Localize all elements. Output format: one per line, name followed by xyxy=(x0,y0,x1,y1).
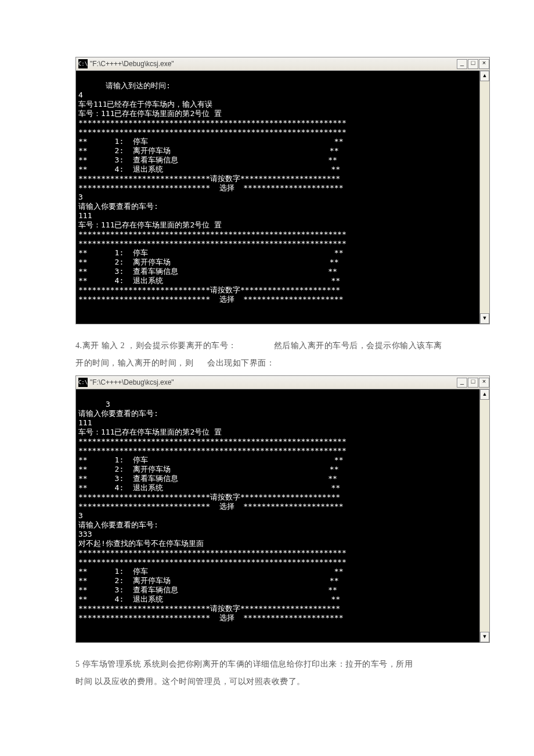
close-button[interactable]: × xyxy=(479,378,489,388)
text: 开的时间，输入离开的时间，则 xyxy=(75,356,193,371)
console-line: 111 xyxy=(78,211,92,220)
console-line: ** 3: 查看车辆信息 ** xyxy=(78,155,337,164)
console-line: 车号111已经存在于停车场内，输入有误 xyxy=(78,100,212,108)
console-line: 车号：111已存在停车场里面的第2号位 置 xyxy=(78,109,222,118)
console-line: *****************************请按数字*******… xyxy=(78,493,340,501)
console-line: ****************************************… xyxy=(78,118,347,127)
window-buttons: _ □ × xyxy=(456,59,489,69)
console-line: ** 2: 离开停车场 ** xyxy=(78,576,339,585)
minimize-button[interactable]: _ xyxy=(457,59,467,69)
console-line: ****************************************… xyxy=(78,437,347,446)
text: 时间 以及应收的费用。这个时间管理员，可以对照表收费了。 xyxy=(75,674,305,689)
console-line: *****************************请按数字*******… xyxy=(78,285,340,294)
console-window-1: C:\ "F:\C++++\Debug\kcsj.exe" _ □ × 请输入到… xyxy=(75,57,490,324)
window-title: "F:\C++++\Debug\kcsj.exe" xyxy=(90,378,456,386)
scroll-down-icon[interactable]: ▼ xyxy=(480,632,489,642)
console-line: ** 3: 查看车辆信息 ** xyxy=(78,585,337,594)
console-line: 请输入你要查看的车号: xyxy=(78,202,158,211)
console-line: ** 2: 离开停车场 ** xyxy=(78,258,339,266)
console-line: 111 xyxy=(78,418,92,427)
console-line: ****************************************… xyxy=(78,548,347,557)
titlebar: C:\ "F:\C++++\Debug\kcsj.exe" _ □ × xyxy=(76,376,489,389)
console-output: 3 请输入你要查看的车号: 111 车号：111已存在停车场里面的第2号位 置 … xyxy=(76,389,479,642)
scroll-up-icon[interactable]: ▲ xyxy=(480,389,489,400)
cmd-icon: C:\ xyxy=(78,59,88,68)
console-line: ** 2: 离开停车场 ** xyxy=(78,146,339,155)
scroll-down-icon[interactable]: ▼ xyxy=(480,313,489,324)
console-line: ****************************************… xyxy=(78,128,347,136)
console-output: 请输入到达的时间: 4 车号111已经存在于停车场内，输入有误 车号：111已存… xyxy=(76,71,479,324)
console-line: ** 4: 退出系统 ** xyxy=(78,483,340,492)
console-line: 车号：111已存在停车场里面的第2号位 置 xyxy=(78,428,222,436)
scrollbar[interactable]: ▲ ▼ xyxy=(479,71,489,324)
minimize-button[interactable]: _ xyxy=(457,378,467,388)
maximize-button[interactable]: □ xyxy=(468,59,478,69)
console-line: 333 xyxy=(78,530,92,538)
console-line: ***************************** 选择 *******… xyxy=(78,502,343,511)
text: 4.离开 输入 2 ，则会提示你要离开的车号： xyxy=(75,338,237,353)
console-window-2: C:\ "F:\C++++\Debug\kcsj.exe" _ □ × 3 请输… xyxy=(75,375,490,643)
paragraph-5-line2: 时间 以及应收的费用。这个时间管理员，可以对照表收费了。 xyxy=(75,674,459,689)
paragraph-4-line1: 4.离开 输入 2 ，则会提示你要离开的车号： 然后输入离开的车号后，会提示你输… xyxy=(75,338,459,353)
console-line: ** 1: 停车 ** xyxy=(78,137,343,146)
console-line: ****************************************… xyxy=(78,230,347,238)
console-line: ** 3: 查看车辆信息 ** xyxy=(78,474,337,483)
console-line: ***************************** 选择 *******… xyxy=(78,613,343,622)
console-line: ** 3: 查看车辆信息 ** xyxy=(78,267,337,276)
console-line: ***************************** 选择 *******… xyxy=(78,183,343,192)
console-line: ** 2: 离开停车场 ** xyxy=(78,465,339,473)
console-line: ** 4: 退出系统 ** xyxy=(78,165,340,173)
console-line: *****************************请按数字*******… xyxy=(78,604,340,613)
scroll-track[interactable] xyxy=(480,400,489,632)
scroll-track[interactable] xyxy=(480,81,489,313)
console-line: ****************************************… xyxy=(78,558,347,566)
scrollbar[interactable]: ▲ ▼ xyxy=(479,389,489,642)
close-button[interactable]: × xyxy=(479,59,489,69)
console-line: ** 1: 停车 ** xyxy=(78,567,343,576)
window-title: "F:\C++++\Debug\kcsj.exe" xyxy=(90,60,456,68)
console-line: ****************************************… xyxy=(78,239,347,248)
console-line: 车号：111已存在停车场里面的第2号位 置 xyxy=(78,220,222,229)
console-line: ****************************************… xyxy=(78,446,347,455)
cmd-icon: C:\ xyxy=(78,378,88,387)
paragraph-5-line1: 5 停车场管理系统 系统则会把你刚离开的车俩的详细信息给你打印出来：拉开的车号，… xyxy=(75,657,459,672)
console-line: 3 xyxy=(106,400,110,408)
scroll-up-icon[interactable]: ▲ xyxy=(480,71,489,81)
console-line: 对不起!你查找的车号不在停车场里面 xyxy=(78,539,204,548)
titlebar: C:\ "F:\C++++\Debug\kcsj.exe" _ □ × xyxy=(76,57,489,71)
console-line: *****************************请按数字*******… xyxy=(78,174,340,183)
text: 会出现如下界面： xyxy=(207,356,275,371)
window-buttons: _ □ × xyxy=(456,378,489,388)
console-line: ** 4: 退出系统 ** xyxy=(78,595,340,603)
console-line: ** 1: 停车 ** xyxy=(78,455,343,464)
console-line: 4 xyxy=(78,91,83,99)
console-line: 请输入你要查看的车号: xyxy=(78,409,158,418)
console-line: 3 xyxy=(78,193,83,201)
console-line: ** 4: 退出系统 ** xyxy=(78,276,340,285)
console-line: 请输入到达的时间: xyxy=(106,81,171,90)
console-line: ** 1: 停车 ** xyxy=(78,248,343,257)
text: 然后输入离开的车号后，会提示你输入该车离 xyxy=(274,338,442,353)
paragraph-4-line2: 开的时间，输入离开的时间，则 会出现如下界面： xyxy=(75,356,459,371)
maximize-button[interactable]: □ xyxy=(468,378,478,388)
console-line: ***************************** 选择 *******… xyxy=(78,295,343,303)
console-line: 请输入你要查看的车号: xyxy=(78,520,158,529)
console-line: 3 xyxy=(78,511,83,520)
text: 5 停车场管理系统 系统则会把你刚离开的车俩的详细信息给你打印出来：拉开的车号，… xyxy=(75,657,413,672)
